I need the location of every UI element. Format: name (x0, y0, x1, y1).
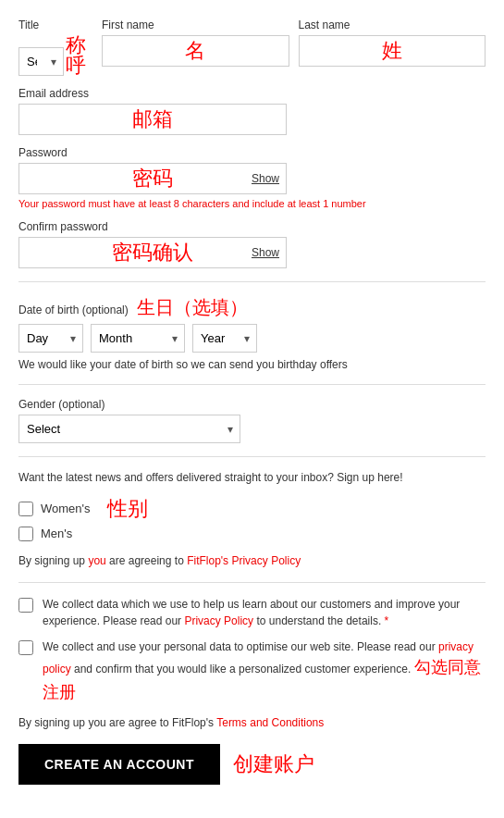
terms-text1: By signing up you are agree to FitFlop's (18, 716, 216, 729)
month-select[interactable]: Month JanuaryFebruaryMarch AprilMayJune … (91, 324, 185, 353)
consent1-text2: to understand the details. (253, 614, 384, 627)
confirm-password-input[interactable] (18, 237, 287, 268)
consent-2-block: We collect and use your personal data to… (18, 638, 486, 705)
signup-privacy-text: By signing up you are agreeing to FitFlo… (18, 552, 486, 569)
terms-text: By signing up you are agree to FitFlop's… (18, 714, 486, 731)
password-hint: Your password must have at least 8 chara… (18, 198, 486, 209)
consent-2-text: We collect and use your personal data to… (43, 638, 486, 705)
consent1-required: * (385, 614, 389, 627)
show-password-button[interactable]: Show (252, 172, 279, 185)
year-select[interactable]: Year 200019991998 (192, 324, 257, 353)
zh-title-label: 称呼 (66, 35, 92, 76)
title-label: Title (18, 19, 92, 31)
zh-gender-label: 性别 (107, 495, 148, 523)
dob-hint: We would like your date of birth so we c… (18, 358, 486, 371)
gender-label: Gender (optional) (18, 398, 486, 411)
divider-1 (18, 281, 486, 282)
title-select[interactable]: Select Mr Mrs Miss Ms Dr (18, 47, 64, 76)
privacy-policy-link[interactable]: FitFlop's Privacy Policy (187, 554, 301, 567)
lastname-input[interactable] (299, 35, 486, 67)
title-select-wrapper: Select Mr Mrs Miss Ms Dr (18, 47, 64, 76)
consent-1-text: We collect data which we use to help us … (43, 596, 486, 629)
show-confirm-password-button[interactable]: Show (252, 246, 279, 259)
firstname-label: First name (102, 19, 289, 31)
signup-text1: By signing up (18, 554, 88, 567)
password-label: Password (18, 146, 486, 159)
consent-2-checkbox[interactable] (18, 640, 33, 655)
dob-label: Date of birth (optional) 生日（选填） (18, 295, 486, 320)
consent2-text2: and confirm that you would like a person… (71, 663, 412, 675)
password-input[interactable] (18, 163, 287, 194)
divider-3 (18, 456, 486, 457)
consent-1-block: We collect data which we use to help us … (18, 596, 486, 629)
zh-dob-label: 生日（选填） (137, 297, 248, 317)
lastname-label: Last name (299, 19, 486, 31)
gender-select-wrapper: Select Male Female Prefer not to say (18, 415, 240, 443)
day-select-wrapper: Day 123 (18, 324, 83, 353)
womens-checkbox[interactable] (18, 502, 33, 516)
day-select[interactable]: Day 123 (18, 324, 83, 353)
confirm-password-label: Confirm password (18, 220, 486, 233)
newsletter-text-content: Want the latest news and offers delivere… (18, 471, 403, 484)
womens-label: Women's (41, 502, 91, 515)
newsletter-text: Want the latest news and offers delivere… (18, 470, 486, 486)
mens-checkbox[interactable] (18, 527, 33, 541)
email-label: Email address (18, 87, 486, 100)
consent1-privacy-link[interactable]: Privacy Policy (184, 614, 253, 627)
signup-you-link[interactable]: you (88, 554, 105, 567)
month-select-wrapper: Month JanuaryFebruaryMarch AprilMayJune … (91, 324, 185, 353)
email-input[interactable] (18, 104, 287, 135)
consent-1-checkbox[interactable] (18, 598, 33, 613)
year-select-wrapper: Year 200019991998 (192, 324, 257, 353)
create-account-button[interactable]: CREATE AN ACCOUNT (18, 744, 220, 785)
signup-text2: are agreeing to (106, 554, 187, 567)
zh-create-label: 创建账户 (233, 750, 314, 778)
mens-label: Men's (41, 527, 72, 540)
dob-label-text: Date of birth (optional) (18, 304, 129, 316)
divider-4 (18, 582, 486, 583)
gender-select[interactable]: Select Male Female Prefer not to say (18, 415, 240, 443)
divider-2 (18, 384, 486, 385)
terms-link[interactable]: Terms and Conditions (216, 716, 324, 729)
firstname-input[interactable] (102, 35, 289, 67)
create-account-row: CREATE AN ACCOUNT 创建账户 (18, 744, 486, 785)
consent2-text1: We collect and use your personal data to… (43, 640, 438, 653)
